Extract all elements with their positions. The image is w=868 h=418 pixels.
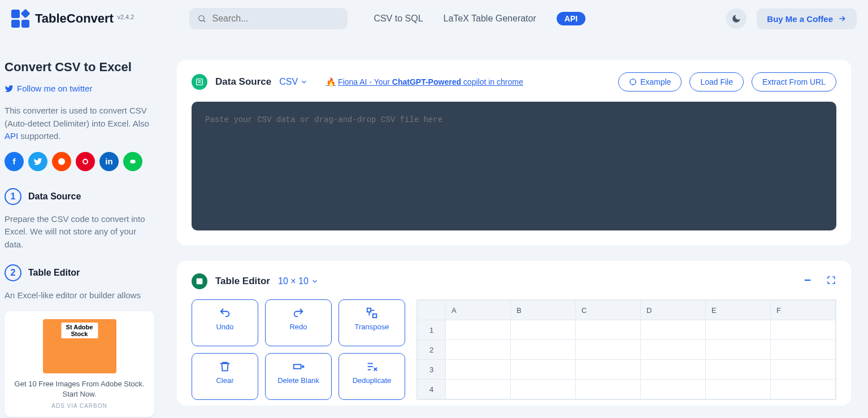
nav-links: CSV to SQL LaTeX Table Generator API [374,12,585,25]
spreadsheet[interactable]: A B C D E F 1 2 3 4 [416,299,836,400]
cell[interactable] [641,340,706,360]
cell[interactable] [511,320,576,340]
theme-toggle[interactable] [726,8,747,29]
example-button[interactable]: Example [618,72,682,92]
api-link[interactable]: API [5,131,18,141]
svg-line-1 [203,20,205,22]
cell[interactable] [771,360,836,380]
cell[interactable] [641,320,706,340]
table-row: 3 [418,360,836,380]
facebook-icon[interactable]: f [5,152,24,171]
cell[interactable] [641,380,706,399]
promo-post: copilot in chrome [461,77,523,86]
transpose-button[interactable]: Transpose [338,299,405,346]
row-header[interactable]: 1 [418,320,446,340]
promo-bold: ChatGPT-Powered [392,77,461,86]
cell[interactable] [706,360,771,380]
clear-icon [219,360,231,373]
example-label: Example [640,77,671,86]
col-header[interactable]: C [576,301,641,320]
brand-name: TableConvert [35,11,114,25]
data-source-icon [192,74,207,90]
table-row: 2 [418,340,836,360]
undo-icon [219,307,231,319]
nav-api[interactable]: API [557,12,585,25]
desc-pre: This converter is used to convert CSV (A… [5,106,149,128]
step-2-num: 2 [5,264,21,281]
search-box[interactable] [189,8,348,29]
transpose-icon [366,307,378,319]
twitter-share-icon[interactable] [28,152,47,171]
deduplicate-icon [366,360,378,373]
collapse-button[interactable] [802,275,813,288]
csv-input[interactable] [192,102,836,230]
cell[interactable] [706,380,771,399]
sheet-corner[interactable] [418,301,446,320]
row-header[interactable]: 3 [418,360,446,380]
spreadsheet-table: A B C D E F 1 2 3 4 [417,300,836,399]
pinterest-icon[interactable] [76,152,95,171]
table-editor-title: Table Editor [215,276,270,287]
redo-icon [292,307,305,319]
linkedin-icon[interactable]: in [99,152,119,171]
svg-point-0 [199,16,204,21]
promo-link[interactable]: 🔥 Fiona AI - Your ChatGPT-Powered copilo… [326,77,523,86]
nav-latex[interactable]: LaTeX Table Generator [444,14,536,24]
search-icon [197,14,206,24]
search-input[interactable] [212,14,340,24]
reddit-icon[interactable] [52,152,71,171]
col-header[interactable]: A [446,301,511,320]
row-header[interactable]: 2 [418,340,446,360]
data-source-card: Data Source CSV 🔥 Fiona AI - Your ChatGP… [177,60,851,245]
target-icon [629,78,637,86]
source-format-select[interactable]: CSV [279,77,308,87]
chevron-down-icon [300,78,308,86]
row-header[interactable]: 4 [418,380,446,399]
twitter-icon [5,84,14,93]
cell[interactable] [576,380,641,399]
buy-coffee-button[interactable]: Buy Me a Coffee [757,8,857,29]
expand-button[interactable] [826,275,836,288]
nav-csv-to-sql[interactable]: CSV to SQL [374,14,423,24]
twitter-link[interactable]: Follow me on twitter [5,84,154,93]
line-icon[interactable] [123,152,142,171]
col-header[interactable]: D [641,301,706,320]
table-size-select[interactable]: 10 × 10 [278,276,319,286]
cell[interactable] [446,360,511,380]
extract-url-label: Extract From URL [762,77,826,86]
cell[interactable] [771,340,836,360]
cell[interactable] [446,340,511,360]
cell[interactable] [511,340,576,360]
clear-button[interactable]: Clear [192,353,258,400]
cell[interactable] [706,320,771,340]
extract-url-button[interactable]: Extract From URL [752,72,836,92]
deduplicate-button[interactable]: Deduplicate [338,353,405,400]
cell[interactable] [706,340,771,360]
redo-label: Redo [289,323,307,331]
arrow-right-icon [837,14,847,23]
data-source-actions: Example Load File Extract From URL [618,72,836,92]
cell[interactable] [446,380,511,399]
col-header[interactable]: B [511,301,576,320]
ad-card[interactable]: St Adobe Stock Get 10 Free Images From A… [5,311,154,417]
cell[interactable] [576,320,641,340]
load-file-button[interactable]: Load File [689,72,744,92]
col-header[interactable]: F [771,301,836,320]
col-header[interactable]: E [706,301,771,320]
source-format-label: CSV [279,77,298,87]
header: TableConvert v2.4.2 CSV to SQL LaTeX Tab… [0,0,868,37]
cell[interactable] [771,320,836,340]
cell[interactable] [446,320,511,340]
svg-point-3 [83,159,88,164]
cell[interactable] [641,360,706,380]
cell[interactable] [511,380,576,399]
undo-button[interactable]: Undo [192,299,258,346]
cell[interactable] [511,360,576,380]
cell[interactable] [576,360,641,380]
redo-button[interactable]: Redo [265,299,332,346]
delete-blank-button[interactable]: Delete Blank [265,353,332,400]
cell[interactable] [771,380,836,399]
logo[interactable]: TableConvert v2.4.2 [11,10,134,28]
ad-via: ADS VIA CARBON [12,403,146,409]
cell[interactable] [576,340,641,360]
